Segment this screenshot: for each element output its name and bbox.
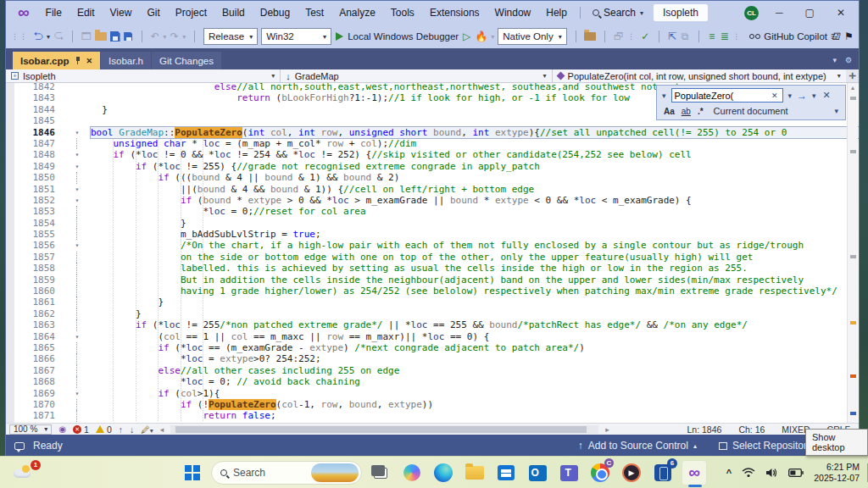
indent-increase-button[interactable]: ≣ [720,29,729,44]
line-indicator[interactable]: Ln: 1846 [687,424,722,435]
code-line-1871[interactable]: 1871 return false; [6,410,859,421]
code-line-1858[interactable]: 1858 labelled. this is achieved by setti… [6,263,859,274]
close-button[interactable]: ✕ [832,7,850,19]
menu-item-help[interactable]: Help [538,3,575,22]
taskbar-weather-widget[interactable]: 1 [12,462,37,484]
edge-button[interactable] [431,460,456,485]
chevron-down-icon[interactable]: ▾ [47,33,50,41]
menu-item-extensions[interactable]: Extensions [422,3,487,22]
window-splitter-handle[interactable]: ✛ [846,69,859,82]
teams-button[interactable] [556,460,581,485]
code-line-1865[interactable]: 1865 if (*loc == (m_examGrade - extype) … [6,342,859,353]
platform-dropdown[interactable]: Win32▾ [261,28,331,45]
debug-type-dropdown[interactable]: Native Only▾ [498,28,566,45]
tab-git-changes[interactable]: Git Changes [152,52,221,69]
chevron-down-icon[interactable]: ▾ [491,33,494,41]
close-find-icon[interactable]: ✕ [821,90,832,101]
column-indicator[interactable]: Ch: 16 [738,424,765,435]
menu-item-edit[interactable]: Edit [70,3,103,22]
member-dropdown[interactable]: PopulateZero(int col, int row, unsigned … [553,69,846,82]
find-scope-dropdown[interactable]: Current document [714,106,788,116]
redo-button[interactable]: ↷ [170,29,179,44]
zoom-dropdown[interactable]: 100 %▾ [9,424,52,435]
fold-margin[interactable]: ▾ [69,149,86,160]
pin-icon[interactable] [75,57,81,64]
menu-item-project[interactable]: Project [168,3,214,22]
phone-link-button[interactable]: 6 [650,460,676,485]
code-line-1867[interactable]: 1867 else//all other cases including 255… [6,365,859,376]
previous-issue-icon[interactable]: ↑ [119,424,123,435]
code-line-1849[interactable]: 1849▾ if (*loc != 255) {//grade not reco… [6,161,859,172]
code-line-1869[interactable]: 1869▾ if (col>1){ [6,388,859,399]
start-debugging-button[interactable] [335,29,344,44]
copilot-button[interactable] [399,460,425,485]
wifi-icon[interactable] [742,468,755,478]
code-line-1859[interactable]: 1859 But in addition the cells inside th… [6,274,859,286]
fold-margin[interactable]: ▾ [69,184,86,195]
code-cleanup-icon[interactable]: 🖉▾ [141,424,153,435]
navigate-cursor-button[interactable]: ⇱ [668,29,677,44]
project-dropdown[interactable]: + Isopleth ▾ [6,69,281,82]
scroll-up-icon[interactable]: ▴ [848,83,858,93]
fold-margin[interactable]: ▾ [69,240,86,251]
maximize-button[interactable]: ▢ [800,7,820,19]
next-issue-icon[interactable]: ↓ [130,424,134,435]
hidden-icons-chevron[interactable]: ^ [726,468,732,478]
code-line-1852[interactable]: 1852▾ if (bound * extype > 0 && *loc > m… [6,195,859,206]
menu-item-debug[interactable]: Debug [253,3,298,22]
find-in-files-button[interactable] [584,29,596,44]
menu-item-test[interactable]: Test [298,3,331,22]
solution-explorer-sync-button[interactable]: 🗗 [614,29,624,44]
close-tab-icon[interactable]: ✕ [86,57,93,65]
save-all-button[interactable] [124,29,133,44]
code-line-1857[interactable]: 1857 on the side or bottom edge with one… [6,252,859,263]
task-view-button[interactable] [368,460,393,485]
menu-item-tools[interactable]: Tools [383,3,422,22]
fold-margin[interactable]: ▾ [69,331,86,342]
configuration-dropdown[interactable]: Release▾ [203,28,258,45]
warning-indicator[interactable]: 0 [96,424,112,435]
code-line-1870[interactable]: 1870 if (!PopulateZero(col-1, row, bound… [6,399,859,410]
open-file-button[interactable] [95,29,107,44]
scroll-left-icon[interactable]: ◂ [160,425,164,434]
menu-item-analyze[interactable]: Analyze [331,3,383,22]
visual-studio-taskbar-button[interactable]: ∞ [682,460,707,485]
hot-reload-button[interactable]: 🔥 [475,29,487,44]
toolbar-grip[interactable]: ⋮⋮ [11,32,28,41]
code-line-1855[interactable]: 1855 m_bAddSubLvlStrip = true; [6,229,859,240]
code-editor[interactable]: 1842 else//all north,south,east,west,nor… [6,83,859,423]
format-selection-button[interactable]: ⧉ [681,29,690,44]
scroll-right-icon[interactable]: ▸ [605,425,609,434]
menu-item-file[interactable]: File [38,3,70,22]
navigate-back-button[interactable]: ⮌ [33,29,43,44]
search-history-icon[interactable]: ▾ [787,92,794,100]
start-without-debugging-button[interactable]: ▷ [462,29,471,44]
add-to-source-control-button[interactable]: ↑ Add to Source Control ▴ [578,440,697,452]
code-line-1848[interactable]: 1848▾ if (*loc != 0 && *loc != 254 && *l… [6,149,859,160]
debug-target-label[interactable]: Local Windows Debugger [348,31,459,42]
menu-item-view[interactable]: View [103,3,140,22]
volume-icon[interactable] [765,468,778,478]
code-line-1863[interactable]: 1863 if (*loc != 255/*non patched extrem… [6,319,859,330]
find-input[interactable] [675,91,770,101]
code-line-1856[interactable]: 1856▾ /*On the chart, if a high-low pair… [6,240,859,251]
find-next-button[interactable]: → [797,90,807,102]
whole-word-toggle[interactable]: ab [682,107,691,116]
code-line-1860[interactable]: 1860 having 1 grade higher/lower) as 254… [6,286,859,297]
chevron-down-icon[interactable]: ▾ [832,107,840,115]
code-line-1854[interactable]: 1854 } [6,218,859,229]
outlook-button[interactable] [525,460,550,485]
match-case-toggle[interactable]: Aa [664,107,675,116]
undo-button[interactable]: ↶ [150,29,159,44]
error-indicator[interactable]: ✕1 [73,424,89,435]
code-line-1861[interactable]: 1861 } [6,297,859,308]
fold-margin[interactable]: ▾ [69,388,86,399]
regex-toggle[interactable]: .* [698,107,704,116]
clear-search-icon[interactable]: ✕ [770,92,780,100]
navigate-forward-button[interactable]: ⮎ [53,29,64,44]
search-highlight-image[interactable] [311,463,359,482]
find-expand-icon[interactable]: ▾ [660,92,668,100]
menu-item-git[interactable]: Git [139,3,167,22]
media-player-button[interactable]: ▶ [619,460,644,485]
horizontal-scrollbar[interactable] [170,425,598,434]
